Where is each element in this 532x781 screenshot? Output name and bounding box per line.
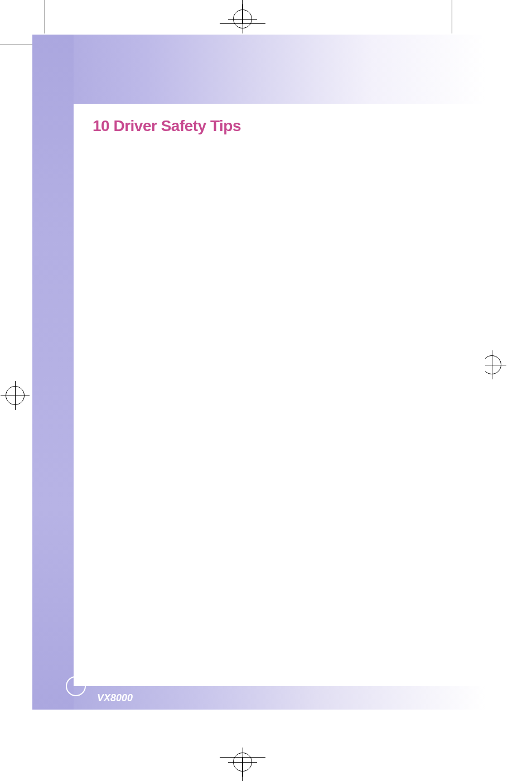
crop-mark [452, 0, 452, 33]
crop-mark [0, 45, 33, 45]
page-top-banner [32, 35, 485, 104]
register-mark-icon [233, 9, 252, 28]
page-content-area: 10 Driver Safety Tips [74, 104, 485, 710]
page-title: 10 Driver Safety Tips [93, 117, 241, 135]
register-mark-icon [6, 386, 25, 405]
footer-circle-icon [66, 676, 86, 696]
page-footer-bar: VX8000 [74, 686, 485, 710]
page-side-banner [32, 35, 74, 710]
document-page: 10 Driver Safety Tips VX8000 [32, 35, 485, 710]
crop-mark [45, 0, 45, 33]
register-mark-icon [482, 355, 501, 374]
footer-model-label: VX8000 [97, 692, 133, 704]
register-mark-icon [233, 753, 252, 772]
